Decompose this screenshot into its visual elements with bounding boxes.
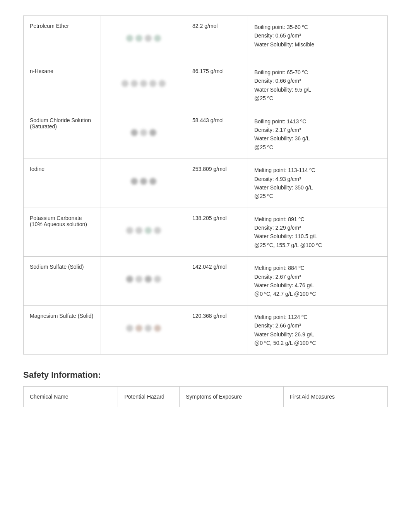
chemical-molar-mass: 86.175 g/mol: [186, 61, 248, 110]
chemical-molar-mass: 253.809 g/mol: [186, 159, 248, 208]
chemical-image: [101, 208, 186, 257]
chemical-molar-mass: 138.205 g/mol: [186, 208, 248, 257]
chemical-name: Magnesium Sulfate (Solid): [24, 305, 101, 355]
chemical-name: Potassium Carbonate (10% Aqueous solutio…: [24, 208, 101, 257]
chemical-properties: Melting point: 891 ºCDensity: 2.29 g/cm³…: [248, 208, 388, 257]
safety-table: Chemical Name Potential Hazard Symptoms …: [23, 386, 388, 407]
chemical-row: Magnesium Sulfate (Solid)120.368 g/molMe…: [24, 305, 388, 355]
chemical-properties: Boiling point: 35-60 ºCDensity: 0.65 g/c…: [248, 16, 388, 61]
chemical-properties: Boiling point: 1413 ºCDensity: 2.17 g/cm…: [248, 110, 388, 159]
chemical-name: n-Hexane: [24, 61, 101, 110]
chemical-row: n-Hexane86.175 g/molBoiling point: 65-70…: [24, 61, 388, 110]
chemical-molar-mass: 58.443 g/mol: [186, 110, 248, 159]
chemical-image: [101, 110, 186, 159]
chemical-name: Iodine: [24, 159, 101, 208]
chemical-image: [101, 16, 186, 61]
chemical-image: [101, 257, 186, 306]
chemical-name: Sodium Chloride Solution (Saturated): [24, 110, 101, 159]
chemical-properties-table: Petroleum Ether82.2 g/molBoiling point: …: [23, 15, 388, 355]
chemical-row: Iodine253.809 g/molMelting point: 113-11…: [24, 159, 388, 208]
chemical-row: Sodium Chloride Solution (Saturated)58.4…: [24, 110, 388, 159]
chemical-row: Sodium Sulfate (Solid)142.042 g/molMelti…: [24, 257, 388, 306]
chemical-properties: Boiling point: 65-70 ºCDensity: 0.66 g/c…: [248, 61, 388, 110]
chemical-molar-mass: 82.2 g/mol: [186, 16, 248, 61]
chemical-image: [101, 305, 186, 355]
safety-col-chemname: Chemical Name: [24, 387, 118, 407]
chemical-row: Potassium Carbonate (10% Aqueous solutio…: [24, 208, 388, 257]
chemical-properties: Melting point: 884 ºCDensity: 2.67 g/cm³…: [248, 257, 388, 306]
safety-col-hazard: Potential Hazard: [118, 387, 180, 407]
chemical-properties: Melting point: 1124 ºCDensity: 2.66 g/cm…: [248, 305, 388, 355]
chemical-image: [101, 61, 186, 110]
chemical-name: Sodium Sulfate (Solid): [24, 257, 101, 306]
chemical-image: [101, 159, 186, 208]
chemical-name: Petroleum Ether: [24, 16, 101, 61]
safety-col-symptoms: Symptoms of Exposure: [180, 387, 284, 407]
safety-col-firstaid: First Aid Measures: [284, 387, 388, 407]
chemical-row: Petroleum Ether82.2 g/molBoiling point: …: [24, 16, 388, 61]
chemical-molar-mass: 142.042 g/mol: [186, 257, 248, 306]
safety-heading: Safety Information:: [23, 370, 388, 380]
chemical-molar-mass: 120.368 g/mol: [186, 305, 248, 355]
chemical-properties: Melting point: 113-114 ºCDensity: 4.93 g…: [248, 159, 388, 208]
safety-header-row: Chemical Name Potential Hazard Symptoms …: [24, 387, 388, 407]
